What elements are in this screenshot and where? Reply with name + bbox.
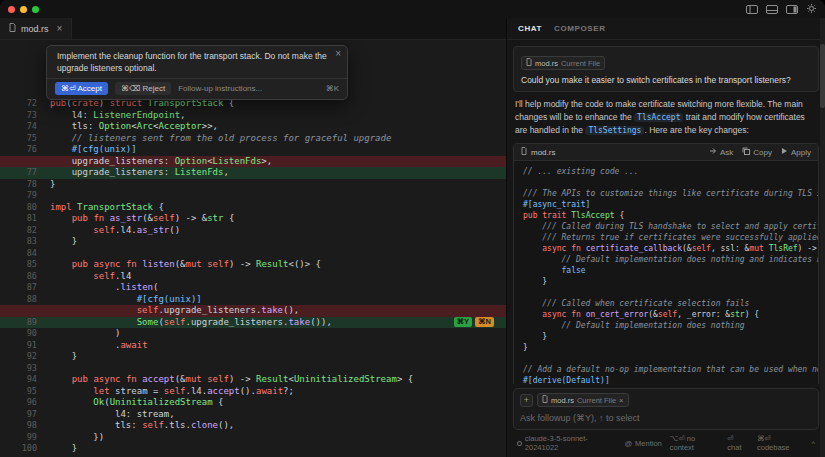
line-number: 100 (0, 443, 50, 455)
code-line[interactable]: 81 pub fn as_str(&self) -> &str { (0, 213, 506, 225)
file-icon (521, 147, 527, 157)
add-context-button[interactable]: + (520, 394, 533, 407)
code-text: #[cfg(unix)] (50, 294, 202, 306)
code-line: #[async_trait] (523, 199, 818, 210)
code-text: pub async fn listen(&mut self) -> Result… (50, 259, 321, 271)
line-number: 99 (0, 432, 50, 444)
diff-added-line[interactable]: 77 upgrade_listeners: ListenFds, (0, 167, 506, 179)
toggle-right-sidebar-icon[interactable] (786, 0, 798, 18)
line-number: 84 (0, 248, 50, 260)
code-line[interactable]: 91 .await (0, 340, 506, 352)
chevron-up-icon[interactable]: ^ (811, 439, 815, 448)
line-number: 91 (0, 340, 50, 352)
line-number: 77 (0, 167, 50, 179)
code-line: } (523, 276, 818, 287)
toggle-bottom-panel-icon[interactable] (766, 0, 778, 18)
diff-added-line[interactable]: 89 Some(self.upgrade_listeners.take()),⌘… (0, 317, 506, 329)
context-file-chip[interactable]: mod.rs Current File (521, 56, 605, 70)
code-line[interactable]: 94 pub async fn accept(&mut self) -> Res… (0, 374, 506, 386)
titlebar (0, 0, 825, 18)
file-icon (526, 58, 532, 68)
accept-button[interactable]: ⌘⏎ Accept (55, 82, 108, 95)
footer-shortcut[interactable]: ⌥⏎ no context (670, 434, 720, 452)
line-number: 94 (0, 374, 50, 386)
settings-gear-icon[interactable] (806, 0, 817, 18)
code-line: // Default implementation does nothing (523, 320, 818, 331)
diff-removed-line[interactable]: upgrade_listeners: Option<ListenFds>, (0, 156, 506, 168)
code-line[interactable]: 88 #[cfg(unix)] (0, 294, 506, 306)
followup-instructions-button[interactable]: Follow-up instructions... (178, 84, 262, 93)
tab-chat[interactable]: CHAT (518, 24, 542, 33)
code-text: tls: self.tls.clone(), (50, 420, 234, 432)
code-line[interactable]: 86 self.l4 (0, 271, 506, 283)
line-number: 86 (0, 271, 50, 283)
composer-file-chip[interactable]: mod.rs Current File × (537, 393, 629, 407)
code-text: } (50, 351, 77, 363)
code-line: pub trait TlsAccept { (523, 210, 818, 221)
code-editor[interactable]: × Implement the cleanup function for the… (0, 40, 506, 457)
at-icon: @ (624, 439, 632, 448)
footer-shortcut[interactable]: ⏎ chat (727, 434, 749, 452)
composer-file-name: mod.rs (551, 396, 574, 405)
code-line[interactable]: 76 #[cfg(unix)] (0, 144, 506, 156)
apply-button[interactable]: Apply (781, 147, 811, 157)
composer-context-row: + mod.rs Current File × (520, 393, 812, 407)
zoom-window-icon[interactable] (32, 6, 39, 13)
diff-removed-line[interactable]: self.upgrade_listeners.take(), (0, 305, 506, 317)
code-line[interactable]: 95 let stream = self.l4.accept().await?; (0, 386, 506, 398)
code-line[interactable]: 79 (0, 190, 506, 202)
code-line[interactable]: 90 ) (0, 328, 506, 340)
code-line[interactable]: 93 (0, 363, 506, 375)
code-line: /// Called when certificate selection fa… (523, 298, 818, 309)
line-number: 83 (0, 236, 50, 248)
code-line[interactable]: 96 Ok(UninitializedStream { (0, 397, 506, 409)
titlebar-icons (746, 0, 817, 18)
code-line[interactable]: 87 .listen( (0, 282, 506, 294)
close-window-icon[interactable] (8, 6, 15, 13)
chat-input[interactable] (520, 413, 812, 423)
line-number: 85 (0, 259, 50, 271)
chat-scrollbar[interactable] (820, 18, 825, 457)
code-line[interactable]: 85 pub async fn listen(&mut self) -> Res… (0, 259, 506, 271)
minimize-window-icon[interactable] (20, 6, 27, 13)
code-line[interactable]: 75 // listeners sent from the old proces… (0, 133, 506, 145)
remove-context-icon[interactable]: × (619, 396, 623, 405)
footer-shortcut[interactable]: ⌘⏎ codebase (757, 434, 803, 452)
line-number: 96 (0, 397, 50, 409)
code-line[interactable]: 80impl TransportStack { (0, 202, 506, 214)
code-line[interactable]: 82 self.l4.as_str() (0, 225, 506, 237)
scrollbar-thumb[interactable] (820, 44, 825, 108)
code-line[interactable]: 74 tls: Option<Arc<Acceptor>>, (0, 121, 506, 133)
code-line[interactable]: 83 } (0, 236, 506, 248)
diff-accept-badge[interactable]: ⌘Y (454, 317, 473, 327)
inline-edit-popup: × Implement the cleanup function for the… (46, 45, 348, 100)
code-line[interactable]: 100 } (0, 443, 506, 455)
code-line[interactable]: 73 l4: ListenerEndpoint, (0, 110, 506, 122)
context-file-name: mod.rs (535, 59, 558, 68)
code-line[interactable]: 97 l4: stream, (0, 409, 506, 421)
model-selector[interactable]: claude-3-5-sonnet-20241022 (517, 434, 616, 452)
tab-close-icon[interactable]: × (57, 23, 63, 34)
code-line[interactable]: 92 } (0, 351, 506, 363)
code-line: /// Returns true if certificates were su… (523, 232, 818, 243)
code-line: // Add a default no-op implementation th… (523, 364, 818, 375)
chat-composer: + mod.rs Current File × (513, 388, 819, 430)
line-number: 97 (0, 409, 50, 421)
chat-panel-header: CHAT COMPOSER (507, 18, 825, 40)
code-text: } (50, 236, 77, 248)
diff-reject-badge[interactable]: ⌘N (475, 317, 494, 327)
reject-button[interactable]: ⌘⌫ Reject (115, 82, 171, 95)
code-line[interactable]: 98 tls: self.tls.clone(), (0, 420, 506, 432)
copy-button[interactable]: Copy (742, 147, 772, 157)
code-line[interactable]: 78} (0, 179, 506, 191)
tab-composer[interactable]: COMPOSER (554, 24, 605, 33)
popup-close-icon[interactable]: × (335, 48, 341, 59)
line-number: 75 (0, 133, 50, 145)
toggle-left-sidebar-icon[interactable] (746, 0, 758, 18)
mention-button[interactable]: @ Mention (624, 439, 661, 448)
ask-button[interactable]: Ask (709, 147, 733, 157)
code-line[interactable]: 99 }) (0, 432, 506, 444)
tab-modrs[interactable]: mod.rs × (0, 18, 72, 39)
code-line: /// Called during TLS handshake to selec… (523, 221, 818, 232)
code-line[interactable]: 84 (0, 248, 506, 260)
